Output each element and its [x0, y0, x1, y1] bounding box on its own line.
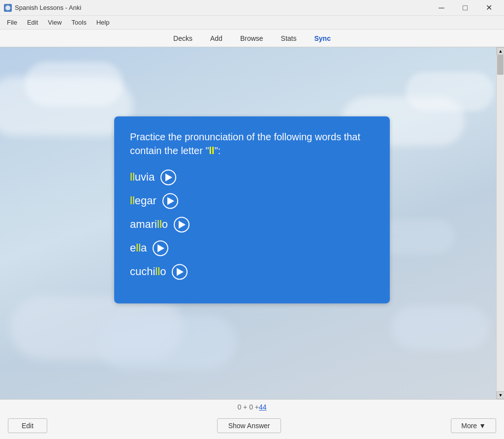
- main-area: ▲ ▼ Practice the pronunciation of the fo…: [0, 47, 504, 399]
- toolbar-decks[interactable]: Decks: [165, 32, 200, 44]
- svg-point-0: [5, 5, 10, 10]
- menu-file[interactable]: File: [2, 17, 22, 28]
- scroll-down-button[interactable]: ▼: [497, 391, 504, 399]
- close-button[interactable]: ✕: [477, 0, 500, 16]
- bottom-bar: 0 + 0 + 44 Edit Show Answer More ▼: [0, 399, 504, 439]
- word-amarillo: amarillo: [130, 218, 168, 231]
- play-button-lluvia[interactable]: [160, 169, 176, 185]
- play-button-llegar[interactable]: [162, 193, 178, 209]
- anki-icon: [4, 4, 12, 12]
- counter-row: 0 + 0 + 44: [0, 400, 504, 414]
- toolbar-sync[interactable]: Sync: [306, 32, 338, 44]
- word-cuchillo: cuchillo: [130, 265, 166, 278]
- toolbar-browse[interactable]: Browse: [232, 32, 271, 44]
- word-llegar: llegar: [130, 194, 157, 207]
- more-arrow-icon: ▼: [479, 422, 486, 430]
- play-button-ella[interactable]: [153, 240, 168, 256]
- window-title: Spanish Lessons - Anki: [15, 4, 81, 11]
- word-row-amarillo: amarillo: [130, 217, 374, 232]
- show-answer-button[interactable]: Show Answer: [217, 418, 281, 433]
- word-row-ella: ella: [130, 240, 374, 256]
- card-title-highlight: ll: [209, 145, 215, 156]
- word-lluvia: lluvia: [130, 171, 155, 184]
- menu-bar: File Edit View Tools Help: [0, 16, 504, 30]
- play-button-amarillo[interactable]: [174, 217, 189, 232]
- play-button-cuchillo[interactable]: [172, 264, 188, 280]
- title-bar: Spanish Lessons - Anki ─ □ ✕: [0, 0, 504, 16]
- word-row-cuchillo: cuchillo: [130, 264, 374, 280]
- menu-tools[interactable]: Tools: [66, 17, 91, 28]
- counter-text: 0 + 0 +: [237, 403, 259, 411]
- window-controls: ─ □ ✕: [430, 0, 500, 16]
- word-row-lluvia: lluvia: [130, 169, 374, 185]
- toolbar-stats[interactable]: Stats: [273, 32, 305, 44]
- counter-link[interactable]: 44: [259, 403, 267, 411]
- word-ella: ella: [130, 242, 147, 254]
- toolbar: Decks Add Browse Stats Sync: [0, 30, 504, 47]
- edit-button[interactable]: Edit: [8, 418, 47, 433]
- toolbar-add[interactable]: Add: [202, 32, 230, 44]
- more-label: More: [461, 422, 477, 430]
- more-button[interactable]: More ▼: [451, 418, 496, 433]
- minimize-button[interactable]: ─: [430, 0, 453, 16]
- menu-edit[interactable]: Edit: [22, 17, 43, 28]
- scrollbar[interactable]: ▲ ▼: [496, 47, 504, 399]
- word-row-llegar: llegar: [130, 193, 374, 209]
- maximize-button[interactable]: □: [454, 0, 476, 16]
- scrollbar-thumb[interactable]: [497, 55, 504, 75]
- button-row: Edit Show Answer More ▼: [0, 414, 504, 439]
- menu-view[interactable]: View: [43, 17, 66, 28]
- card-container: Practice the pronunciation of the follow…: [114, 116, 390, 303]
- scrollbar-track[interactable]: [497, 55, 504, 391]
- menu-help[interactable]: Help: [92, 17, 115, 28]
- scroll-up-button[interactable]: ▲: [497, 47, 504, 55]
- card-title: Practice the pronunciation of the follow…: [130, 130, 374, 157]
- flashcard: Practice the pronunciation of the follow…: [114, 116, 390, 303]
